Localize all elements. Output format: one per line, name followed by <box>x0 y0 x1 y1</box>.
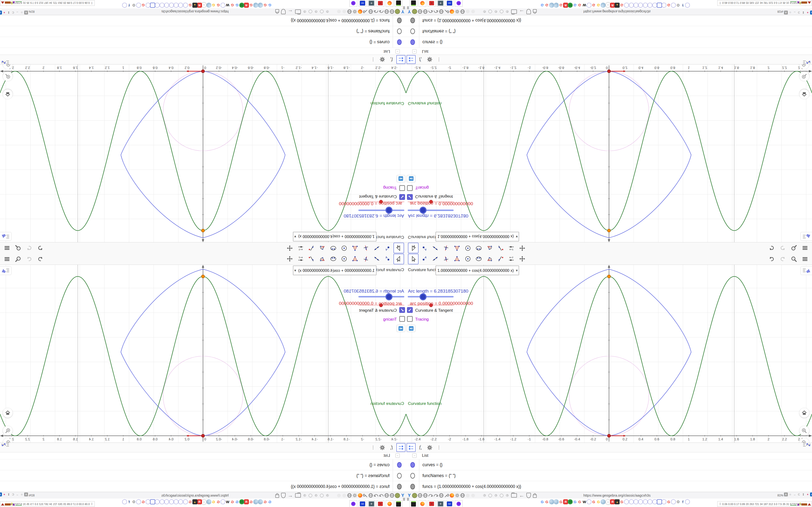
folder-icon[interactable] <box>294 9 302 14</box>
curve-top-point[interactable] <box>608 229 611 232</box>
bookmark-favicon[interactable] <box>178 3 183 8</box>
bookmark-favicon[interactable] <box>173 3 179 8</box>
extension-icon[interactable]: ↧ <box>7 493 11 496</box>
bookmark-favicon[interactable]: ᗢ <box>239 499 244 504</box>
back-arrow-icon[interactable]: ← <box>287 9 294 14</box>
bookmark-favicon[interactable] <box>183 499 188 504</box>
curve-top-point[interactable] <box>608 275 611 278</box>
plot-stylebar-icon[interactable] <box>0 441 10 448</box>
algebra-sort-button[interactable] <box>396 55 406 64</box>
extension-icon[interactable]: C <box>11 493 15 496</box>
bookmark-favicon[interactable]: G <box>540 3 545 8</box>
tool-line[interactable] <box>372 243 382 253</box>
algebra-row[interactable]: curves = {} <box>406 37 812 48</box>
tool-point[interactable]: A <box>383 254 393 264</box>
step-button[interactable]: ▶▮ <box>397 175 405 182</box>
bookmark-favicon[interactable]: ᗢ <box>568 3 573 8</box>
olive-circle-icon[interactable] <box>395 9 400 14</box>
bookmark-favicon[interactable] <box>648 499 653 504</box>
bookmark-favicon[interactable]: G <box>596 3 601 8</box>
list-header-row[interactable]: − List <box>0 48 406 55</box>
bookmark-favicon[interactable] <box>258 499 263 504</box>
bookmark-favicon[interactable]: W <box>225 499 230 504</box>
bookmark-favicon[interactable]: ⚙ <box>131 3 136 8</box>
extension-icon[interactable]: C <box>797 493 801 496</box>
arc-position-slider-handle[interactable] <box>379 303 383 307</box>
bookmark-favicon[interactable] <box>643 3 648 8</box>
bookmark-favicon[interactable] <box>638 499 643 504</box>
curvature-closed-curve[interactable] <box>527 269 691 436</box>
extension-icon[interactable]: C <box>11 11 15 14</box>
extension-icon[interactable]: ☆ <box>788 493 792 496</box>
globe-icon[interactable] <box>368 493 373 498</box>
url-text[interactable]: https://www.geogebra.org/classic/aagcxh3… <box>583 8 651 15</box>
tool-angle[interactable]: α <box>317 243 327 253</box>
tool-perpendicular[interactable] <box>441 243 451 253</box>
arc-position-point[interactable] <box>608 70 611 73</box>
extension-icon[interactable]: A <box>0 11 2 14</box>
bookmark-favicon[interactable] <box>624 3 629 8</box>
desktop-icon-floppy-64[interactable]: 64 <box>359 500 366 507</box>
tool-reflect[interactable] <box>306 254 317 264</box>
bookmark-favicon[interactable] <box>220 3 225 8</box>
step-button[interactable]: ▶▮ <box>397 325 405 332</box>
bookmark-favicon[interactable] <box>657 3 662 8</box>
tool-point[interactable]: A <box>419 254 429 264</box>
globe-icon[interactable] <box>439 493 444 498</box>
firefox-icon[interactable] <box>358 493 363 498</box>
bookmark-favicon[interactable] <box>169 499 174 504</box>
arc-position-slider-handle[interactable] <box>429 200 433 204</box>
algebra-row[interactable]: funcNames = {" "} <box>0 470 406 481</box>
search-icon[interactable] <box>14 256 22 263</box>
tool-polygon[interactable] <box>452 243 462 253</box>
bookmark-favicon[interactable] <box>587 3 592 8</box>
zoom-in-button[interactable] <box>3 426 12 436</box>
globe-icon[interactable] <box>384 493 389 498</box>
tracing-checkbox[interactable] <box>407 316 413 322</box>
visibility-toggle[interactable] <box>397 39 402 45</box>
zoom-in-button[interactable] <box>800 426 809 436</box>
tool-move-canvas[interactable] <box>285 254 295 264</box>
tool-reflect[interactable] <box>495 243 506 253</box>
search-icon[interactable] <box>790 256 798 263</box>
olive-circle-icon[interactable] <box>395 493 400 498</box>
bookmark-favicon[interactable] <box>220 499 225 504</box>
tab-dot-icon[interactable] <box>304 10 306 13</box>
curvature-function-curve[interactable] <box>406 276 812 436</box>
bookmark-favicon[interactable] <box>685 499 690 504</box>
dropdown-arrow-icon[interactable]: ▼ <box>515 269 518 272</box>
bookmark-favicon[interactable] <box>164 3 169 8</box>
tool-reflect[interactable] <box>306 243 317 253</box>
bookmark-favicon[interactable]: G <box>248 499 254 504</box>
ghost-icon[interactable] <box>470 493 475 498</box>
gear-icon[interactable] <box>455 493 460 498</box>
arc-position-point[interactable] <box>202 70 205 73</box>
visibility-toggle[interactable] <box>397 473 402 478</box>
algebra-row[interactable]: funcNames = {" "} <box>0 26 406 37</box>
home-button[interactable] <box>800 89 809 99</box>
bookmark-favicon[interactable] <box>661 3 666 8</box>
globe-icon[interactable] <box>347 493 352 498</box>
gauge-icon[interactable] <box>428 9 433 14</box>
visibility-toggle[interactable] <box>410 473 415 478</box>
monitor-chevrons-icon[interactable]: ∧∧ <box>91 2 93 4</box>
tab-dot-icon[interactable] <box>326 10 329 13</box>
gauge-icon[interactable] <box>428 493 433 498</box>
lock-icon[interactable] <box>274 493 280 498</box>
bookmark-favicon[interactable] <box>629 3 634 8</box>
ghost-icon[interactable] <box>342 493 347 498</box>
wrench-icon[interactable] <box>444 9 449 14</box>
bookmark-favicon[interactable]: G <box>558 499 564 504</box>
bookmark-favicon[interactable]: G <box>591 499 596 504</box>
tab-dot-icon[interactable] <box>326 494 329 497</box>
bookmark-favicon[interactable] <box>206 3 211 8</box>
bookmark-favicon[interactable]: f <box>126 3 132 8</box>
desktop-icon-terminal[interactable] <box>395 0 402 7</box>
shield-icon[interactable] <box>280 493 286 498</box>
bookmark-favicon[interactable]: ⚙ <box>131 499 136 504</box>
globe-icon[interactable] <box>384 9 389 14</box>
wrench-icon[interactable] <box>444 493 449 498</box>
fx-button[interactable]: fx <box>387 443 396 452</box>
bookmark-favicon[interactable] <box>150 3 155 8</box>
firefox-icon[interactable] <box>358 9 363 14</box>
